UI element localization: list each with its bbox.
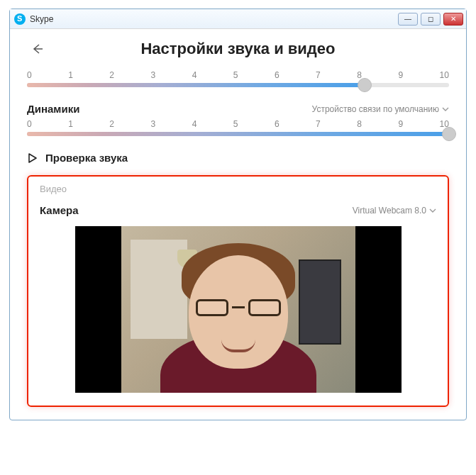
arrow-left-icon [30, 42, 44, 56]
app-window: Skype — ◻ ✕ Настройки звука и видео 0123… [9, 9, 467, 420]
video-section: Видео Камера Virtual Webcam 8.0 [27, 175, 449, 407]
minimize-button[interactable]: — [398, 13, 418, 26]
titlebar: Skype — ◻ ✕ [10, 9, 466, 29]
volume-ticks: 012345678910 [27, 66, 449, 83]
camera-label: Камера [40, 204, 79, 216]
speaker-ticks: 012345678910 [27, 115, 449, 132]
page-title: Настройки звука и видео [47, 40, 429, 58]
speakers-device-dropdown[interactable]: Устройство связи по умолчанию [312, 104, 449, 114]
camera-device-dropdown[interactable]: Virtual Webcam 8.0 [353, 206, 436, 216]
video-heading: Видео [40, 184, 436, 194]
chevron-down-icon [442, 106, 449, 113]
maximize-button[interactable]: ◻ [421, 13, 441, 26]
back-button[interactable] [27, 39, 47, 59]
slider-knob[interactable] [442, 127, 456, 141]
speakers-label: Динамики [27, 103, 79, 115]
speaker-slider[interactable] [27, 132, 449, 136]
window-title: Skype [30, 14, 53, 24]
slider-knob[interactable] [358, 78, 372, 92]
close-button[interactable]: ✕ [443, 13, 463, 26]
chevron-down-icon [429, 207, 436, 214]
play-icon[interactable] [27, 152, 38, 164]
skype-logo-icon [14, 13, 26, 25]
microphone-slider[interactable] [27, 83, 449, 87]
audio-test-button[interactable]: Проверка звука [45, 152, 128, 164]
video-preview [75, 226, 402, 393]
